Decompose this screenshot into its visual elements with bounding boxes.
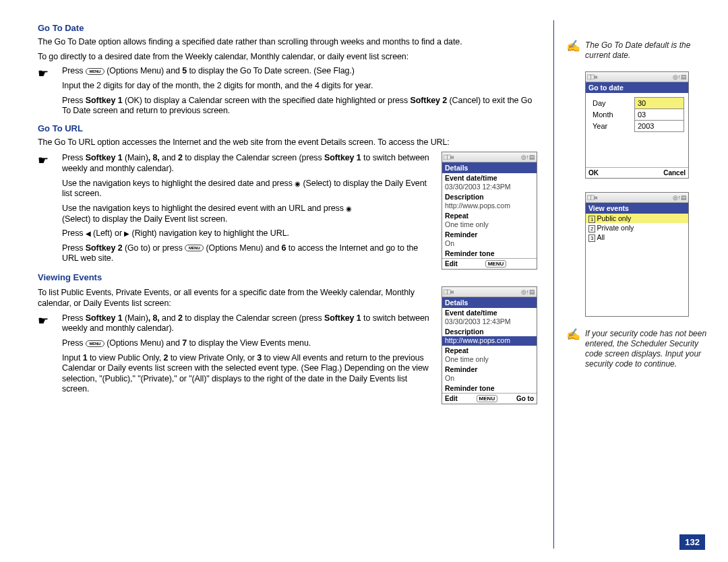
details-phone-screenshot-2: ⎕⎕▤◎↑▤ Details Event date/time 03/30/200…	[442, 286, 537, 404]
phone-softkeys: OK Cancel	[586, 167, 688, 178]
ve-b1: Press Softkey 1 (Main), 8, and 2 to disp…	[62, 313, 436, 334]
gtd-b2: Input the 2 digits for day of the month,…	[62, 81, 537, 92]
phone-statusbar: ⎕⎕▤◎↑▤	[586, 193, 688, 203]
phone-softkeys: Edit MENU Go to	[442, 393, 537, 404]
select-icon: ◉	[346, 205, 352, 214]
month-label: Month	[590, 109, 634, 121]
ve-b3: Input 1 to view Public Only, 2 to view P…	[62, 353, 436, 396]
field-label: Description	[442, 192, 537, 201]
phone-title: View events	[586, 203, 688, 214]
field-value-selected[interactable]: http://www.pops.com	[442, 336, 537, 346]
day-label: Day	[590, 98, 634, 109]
field-label: Description	[442, 327, 537, 336]
page-number: 132	[679, 534, 705, 550]
phone-body: Event date/time 03/30/2003 12:43PM Descr…	[442, 308, 537, 393]
ve-b2: Press MENU (Options Menu) and 7 to displ…	[62, 338, 436, 349]
field-label: Repeat	[442, 211, 537, 220]
flag-icon: ✍	[566, 329, 578, 369]
year-label: Year	[590, 121, 634, 132]
phone-statusbar: ⎕⎕▤◎↑▤	[442, 152, 537, 162]
viewevents-phone-screenshot: ⎕⎕▤◎↑▤ View events 1Public only 2Private…	[585, 192, 689, 317]
year-input[interactable]: 2003	[634, 121, 684, 132]
gtu-b1: Press Softkey 1 (Main), 8, and 2 to disp…	[62, 153, 436, 174]
field-label: Reminder tone	[442, 383, 537, 393]
side-note-2: If your security code has not been enter…	[585, 329, 709, 369]
day-input[interactable]: 30	[634, 98, 684, 109]
gtu-b5: Press Softkey 2 (Go to) or press MENU (O…	[62, 243, 436, 264]
softkey-ok[interactable]: OK	[588, 169, 599, 177]
month-input[interactable]: 03	[634, 109, 684, 121]
heading-gotodate: Go To Date	[38, 23, 537, 33]
gtu-b3: Use the navigation keys to highlight the…	[62, 204, 436, 224]
softkey-edit[interactable]: Edit	[445, 395, 458, 402]
gtu-p1: The Go To URL option accesses the Intern…	[38, 137, 537, 148]
softkey-menu[interactable]: MENU	[477, 395, 498, 402]
details-phone-screenshot: ⎕⎕▤◎↑▤ Details Event date/time 03/30/200…	[442, 152, 537, 270]
field-value: On	[442, 374, 537, 383]
select-icon: ◉	[295, 180, 301, 189]
pointer-icon: ☛	[38, 66, 57, 121]
phone-title: Details	[442, 297, 537, 308]
field-value: 03/30/2003 12:43PM	[442, 183, 537, 192]
phone-statusbar: ⎕⎕▤◎↑▤	[442, 287, 537, 297]
phone-statusbar: ⎕⎕▤◎↑▤	[586, 72, 688, 82]
field-value: One time only	[442, 355, 537, 365]
softkey-edit[interactable]: Edit	[445, 260, 458, 268]
left-nav-icon: ◀	[86, 230, 91, 239]
gotodate-phone-screenshot: ⎕⎕▤◎↑▤ Go to date Day30 Month03 Year2003…	[585, 71, 689, 179]
gtd-b1: Press MENU (Options Menu) and 5 to displ…	[62, 66, 537, 77]
field-label: Reminder	[442, 230, 537, 239]
field-value: http://www.pops.com	[442, 201, 537, 211]
side-note-1: The Go To Date default is the current da…	[585, 40, 709, 61]
phone-title: Go to date	[586, 82, 688, 93]
gtd-p2: To go directly to a desired date from th…	[38, 52, 537, 63]
field-value: On	[442, 239, 537, 249]
menu-icon: MENU	[185, 245, 204, 251]
ve-p1: To list Public Events, Private Events, o…	[38, 288, 436, 309]
field-label: Event date/time	[442, 308, 537, 317]
gtd-p1: The Go To Date option allows finding a s…	[38, 37, 537, 48]
date-input-table: Day30 Month03 Year2003	[590, 97, 684, 132]
phone-softkeys: Edit MENU	[442, 258, 537, 269]
gtu-b2: Use the navigation keys to highlight the…	[62, 179, 436, 199]
field-value: One time only	[442, 220, 537, 230]
field-label: Reminder tone	[442, 249, 537, 258]
heading-viewing: Viewing Events	[38, 272, 537, 282]
softkey-goto[interactable]: Go to	[516, 395, 534, 402]
heading-gotourl: Go To URL	[38, 123, 537, 133]
field-label: Reminder	[442, 365, 537, 374]
list-item-public[interactable]: 1Public only	[586, 214, 688, 223]
gtu-b4: Press ◀ (Left) or ▶ (Right) navigation k…	[62, 228, 436, 239]
pointer-icon: ☛	[38, 313, 57, 399]
flag-icon: ✍	[566, 40, 578, 61]
phone-body: Event date/time 03/30/2003 12:43PM Descr…	[442, 173, 537, 258]
gtd-b3: Press Softkey 1 (OK) to display a Calend…	[62, 96, 537, 117]
softkey-cancel[interactable]: Cancel	[663, 169, 686, 177]
list-item-all[interactable]: 3All	[586, 232, 688, 242]
list-item-private[interactable]: 2Private only	[586, 223, 688, 232]
softkey-menu[interactable]: MENU	[485, 260, 507, 268]
menu-icon: MENU	[86, 340, 104, 347]
menu-icon: MENU	[86, 68, 104, 75]
pointer-icon: ☛	[38, 153, 57, 268]
phone-title: Details	[442, 162, 537, 173]
field-label: Event date/time	[442, 173, 537, 183]
field-value: 03/30/2003 12:43PM	[442, 317, 537, 327]
field-label: Repeat	[442, 346, 537, 355]
